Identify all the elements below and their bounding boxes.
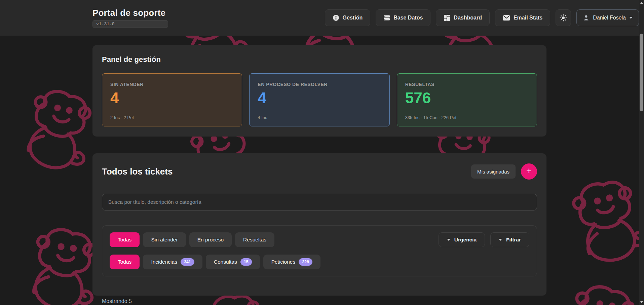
type-filter-incidencias[interactable]: Incidencias 341: [143, 255, 202, 269]
stat-detail: 4 Inc: [258, 115, 381, 120]
stat-card-en-proceso: EN PROCESO DE RESOLVER 4 4 Inc: [249, 73, 389, 126]
stat-value: 4: [258, 90, 381, 106]
monkey-doodle: [537, 265, 644, 305]
brand: Portal de soporte v1.31.0: [92, 8, 168, 28]
add-ticket-button[interactable]: +: [521, 163, 537, 180]
dropdown-label: Urgencia: [454, 237, 477, 243]
dropdown-label: Filtrar: [506, 237, 521, 243]
type-filter-todas[interactable]: Todas: [110, 255, 140, 269]
person-icon: [583, 14, 590, 21]
chevron-down-icon: [447, 239, 450, 241]
email-icon: [503, 15, 510, 21]
monkey-doodle: [547, 163, 644, 280]
chevron-down-icon: [629, 17, 633, 19]
count-badge: 341: [181, 258, 194, 266]
status-filter-resueltas[interactable]: Resueltas: [235, 232, 274, 247]
nav-button-base-datos[interactable]: Base Datos: [376, 9, 430, 26]
chip-label: En proceso: [197, 237, 224, 243]
nav-button-email-stats[interactable]: Email Stats: [495, 9, 550, 26]
navbar: Portal de soporte v1.31.0 Gestión Base D…: [0, 0, 644, 36]
nav-button-label: Email Stats: [514, 15, 542, 21]
scroll-up-icon[interactable]: [639, 0, 644, 5]
status-filter-en-proceso[interactable]: En proceso: [189, 232, 232, 247]
stat-label: RESUELTAS: [405, 82, 529, 87]
stat-card-resueltas: RESUELTAS 576 335 Inc · 15 Con · 226 Pet: [397, 73, 537, 126]
nav-button-label: Dashboard: [454, 15, 482, 21]
chip-label: Consultas: [214, 259, 237, 265]
chevron-down-icon: [499, 239, 502, 241]
scrollbar[interactable]: [639, 0, 644, 305]
my-assigned-button[interactable]: Mis asignadas: [471, 164, 516, 179]
user-menu-button[interactable]: Daniel Fosela: [576, 9, 639, 26]
nav-button-gestion[interactable]: Gestión: [325, 9, 371, 26]
dashboard-icon: [444, 14, 450, 21]
status-filter-todas[interactable]: Todas: [110, 232, 140, 247]
stat-value: 4: [110, 90, 234, 106]
plus-icon: +: [526, 166, 532, 176]
nav-button-label: Base Datos: [393, 15, 423, 21]
chip-label: Todas: [118, 237, 131, 243]
stat-card-sin-atender: SIN ATENDER 4 2 Inc · 2 Pet: [102, 73, 242, 126]
type-filter-peticiones[interactable]: Peticiones 228: [263, 255, 320, 269]
theme-toggle-button[interactable]: [556, 9, 571, 26]
chip-label: Todas: [118, 259, 131, 265]
management-panel-title: Panel de gestión: [102, 55, 537, 64]
tickets-header: Todos los tickets Mis asignadas +: [102, 163, 537, 180]
filter-dropdown[interactable]: Filtrar: [490, 232, 529, 247]
stat-label: SIN ATENDER: [110, 82, 234, 87]
sun-icon: [560, 14, 567, 22]
count-badge: 15: [240, 258, 252, 266]
count-badge: 228: [299, 258, 312, 266]
user-name: Daniel Fosela: [593, 15, 626, 21]
stat-detail: 335 Inc · 15 Con · 226 Pet: [405, 115, 529, 120]
version-badge: v1.31.0: [92, 20, 168, 28]
app-viewport: Portal de soporte v1.31.0 Gestión Base D…: [0, 0, 644, 305]
nav-button-dashboard[interactable]: Dashboard: [436, 9, 490, 26]
app-title: Portal de soporte: [92, 8, 168, 18]
filters-box: Todas Sin atender En proceso Resueltas: [102, 225, 537, 276]
type-filter-row: Todas Incidencias 341 Consultas 15 Petic…: [110, 255, 529, 269]
nav-button-label: Gestión: [343, 15, 363, 21]
management-panel: Panel de gestión SIN ATENDER 4 2 Inc · 2…: [92, 45, 546, 137]
chip-label: Peticiones: [271, 259, 296, 265]
stat-detail: 2 Inc · 2 Pet: [110, 115, 234, 120]
stat-label: EN PROCESO DE RESOLVER: [258, 82, 381, 87]
chip-label: Incidencias: [151, 259, 177, 265]
showing-count: Mostrando 5: [92, 298, 546, 304]
status-filter-row: Todas Sin atender En proceso Resueltas: [110, 232, 529, 247]
stat-value: 576: [405, 90, 529, 106]
info-icon: [333, 14, 339, 21]
main-content: Panel de gestión SIN ATENDER 4 2 Inc · 2…: [92, 45, 546, 296]
scrollbar-thumb[interactable]: [640, 34, 643, 111]
tickets-panel: Todos los tickets Mis asignadas + Todas …: [92, 153, 546, 296]
status-filter-sin-atender[interactable]: Sin atender: [143, 232, 186, 247]
type-filter-consultas[interactable]: Consultas 15: [206, 255, 260, 269]
stats-row: SIN ATENDER 4 2 Inc · 2 Pet EN PROCESO D…: [102, 73, 537, 126]
urgency-dropdown[interactable]: Urgencia: [439, 232, 485, 247]
database-icon: [383, 14, 390, 21]
chip-label: Resueltas: [243, 237, 266, 243]
tickets-title: Todos los tickets: [102, 166, 173, 177]
scroll-down-icon[interactable]: [639, 300, 644, 305]
chip-label: Sin atender: [151, 237, 178, 243]
search-input[interactable]: [102, 194, 537, 211]
